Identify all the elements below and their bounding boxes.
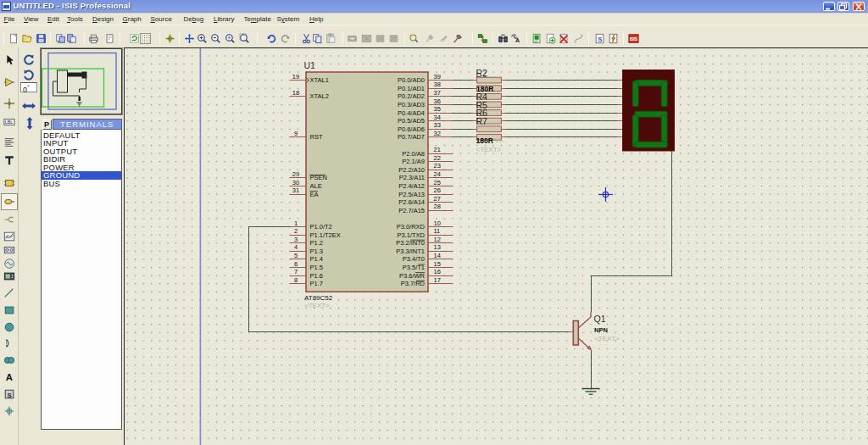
- svg-text:6: 6: [294, 260, 298, 268]
- svg-text:P1.7: P1.7: [310, 280, 323, 287]
- svg-text:A: A: [515, 37, 520, 43]
- svg-text:9: 9: [294, 130, 298, 137]
- svg-text:P1.2: P1.2: [310, 239, 323, 247]
- svg-text:P3.0/RXD: P3.0/RXD: [397, 223, 426, 231]
- svg-text:P2.4/A12: P2.4/A12: [398, 182, 425, 190]
- svg-text:37: 37: [434, 89, 441, 97]
- svg-text:ALE: ALE: [310, 182, 322, 190]
- svg-text:AT89C52: AT89C52: [304, 294, 333, 302]
- svg-text:22: 22: [434, 154, 441, 162]
- svg-text:EA: EA: [310, 191, 319, 198]
- svg-text:LBL: LBL: [5, 120, 13, 125]
- svg-text:7: 7: [294, 268, 298, 275]
- svg-text:P1.0/T2: P1.0/T2: [310, 223, 332, 231]
- svg-text:P0.2/AD2: P0.2/AD2: [398, 92, 425, 100]
- svg-text:12: 12: [434, 236, 441, 243]
- svg-text:<TEXT>: <TEXT>: [594, 335, 620, 342]
- svg-text:18: 18: [292, 89, 299, 97]
- svg-text:U1: U1: [304, 60, 316, 70]
- svg-text:S: S: [7, 392, 11, 399]
- svg-text:19: 19: [292, 73, 299, 81]
- svg-text:P0.7/AD7: P0.7/AD7: [398, 133, 425, 141]
- svg-text:32: 32: [434, 130, 441, 137]
- svg-text:23: 23: [434, 162, 441, 170]
- svg-text:34: 34: [434, 114, 441, 121]
- svg-text:26: 26: [434, 186, 441, 194]
- svg-text:17: 17: [434, 276, 441, 284]
- svg-text:P1.6: P1.6: [310, 272, 323, 280]
- svg-text:T>: T>: [495, 137, 504, 145]
- svg-text:RST: RST: [310, 133, 323, 141]
- svg-text:XTAL2: XTAL2: [310, 92, 329, 100]
- svg-text:<TEXT>: <TEXT>: [476, 146, 502, 153]
- svg-text:21: 21: [434, 146, 441, 153]
- svg-text:R2: R2: [476, 68, 488, 78]
- svg-text:PSEN: PSEN: [310, 174, 327, 181]
- svg-text:P2.2/A10: P2.2/A10: [398, 166, 425, 174]
- svg-text:36: 36: [434, 97, 441, 105]
- svg-text:8: 8: [294, 276, 298, 284]
- svg-text:29: 29: [292, 170, 299, 178]
- svg-text:16: 16: [434, 268, 441, 275]
- svg-text:P1.3: P1.3: [310, 248, 323, 255]
- svg-text:13: 13: [434, 243, 441, 251]
- svg-text:3: 3: [294, 236, 298, 243]
- svg-text:P1.1/T2EX: P1.1/T2EX: [310, 231, 341, 239]
- svg-text:180R: 180R: [476, 136, 493, 145]
- svg-text:XTAL1: XTAL1: [310, 76, 329, 84]
- svg-text:5: 5: [294, 252, 298, 259]
- svg-text:P0.4/AD4: P0.4/AD4: [398, 109, 425, 117]
- svg-text:P2.1/A9: P2.1/A9: [402, 158, 425, 165]
- svg-text:P2.6/A14: P2.6/A14: [398, 198, 425, 206]
- svg-text:P1.4: P1.4: [310, 255, 323, 263]
- svg-text:P2.3/A11: P2.3/A11: [399, 174, 425, 181]
- svg-text:P0.6/AD6: P0.6/AD6: [398, 125, 425, 133]
- svg-text:25: 25: [434, 179, 441, 186]
- svg-text:P0.1/AD1: P0.1/AD1: [398, 85, 425, 92]
- svg-text:38: 38: [434, 81, 441, 88]
- svg-text:28: 28: [434, 203, 441, 210]
- svg-text:P1.5: P1.5: [310, 264, 323, 271]
- svg-text:11: 11: [434, 227, 441, 235]
- svg-text:P2.5/A13: P2.5/A13: [398, 191, 425, 198]
- svg-text:39: 39: [434, 73, 441, 81]
- svg-text:S: S: [598, 36, 602, 43]
- svg-text:P3.1/TXD: P3.1/TXD: [397, 231, 425, 239]
- svg-text:ISIS: ISIS: [629, 36, 637, 42]
- svg-text:31: 31: [292, 186, 299, 194]
- svg-text:10: 10: [434, 220, 441, 227]
- svg-text:4: 4: [294, 243, 298, 251]
- svg-text:35: 35: [434, 105, 441, 113]
- svg-text:<TEXT>: <TEXT>: [304, 302, 330, 309]
- svg-text:27: 27: [434, 195, 441, 203]
- svg-text:2: 2: [294, 227, 298, 235]
- svg-text:P0.5/AD5: P0.5/AD5: [398, 117, 425, 125]
- svg-text:P2.0/A8: P2.0/A8: [402, 150, 425, 158]
- svg-text:30: 30: [292, 179, 299, 186]
- svg-text:A: A: [6, 372, 13, 382]
- svg-text:33: 33: [434, 121, 441, 129]
- svg-text:P0.0/AD0: P0.0/AD0: [398, 76, 425, 84]
- svg-text:P2.7/A15: P2.7/A15: [398, 207, 425, 214]
- svg-text:24: 24: [434, 170, 441, 178]
- svg-text:R7: R7: [476, 116, 488, 126]
- svg-text:1: 1: [294, 220, 298, 227]
- svg-text:P3.3/INT1: P3.3/INT1: [396, 248, 425, 255]
- svg-text:P0.3/AD3: P0.3/AD3: [398, 101, 425, 108]
- svg-text:15: 15: [434, 260, 441, 268]
- svg-text:Q1: Q1: [594, 314, 606, 324]
- svg-text:NPN: NPN: [594, 326, 608, 334]
- svg-text:P3.4/T0: P3.4/T0: [403, 255, 425, 263]
- svg-text:14: 14: [434, 252, 441, 259]
